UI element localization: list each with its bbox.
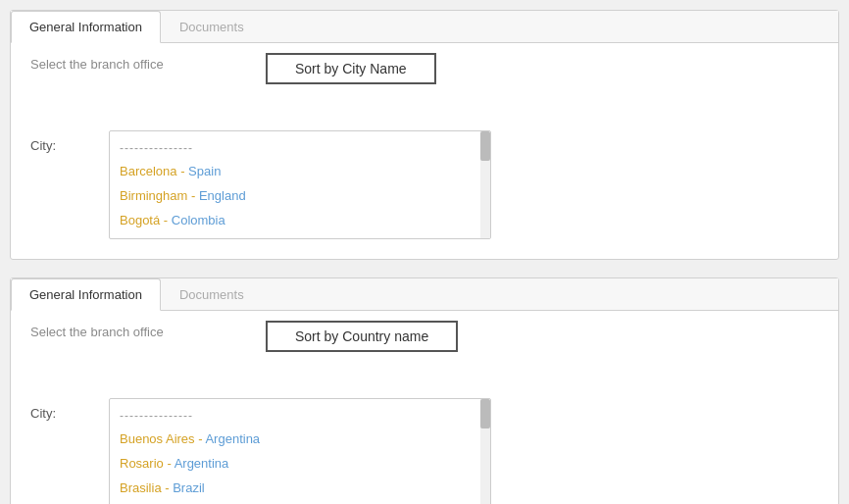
dropdown-item-2-0[interactable]: Buenos Aires - Argentina [110, 427, 490, 451]
city-name-1-2: Bogotá [120, 213, 160, 227]
country-name-2-0: Argentina [205, 431, 260, 446]
scrollbar-thumb-1[interactable] [480, 131, 490, 161]
country-name-2-1: Argentina [175, 456, 229, 471]
country-name-1-1: England [199, 188, 246, 203]
dropdown-dashes-1: --------------- [110, 137, 490, 159]
tab-bar-1: General Information Documents [11, 11, 838, 43]
panel-body-2: Sort by Country name Select the branch o… [11, 311, 838, 504]
sort-label-1: Sort by City Name [266, 53, 436, 84]
dropdown-1[interactable]: --------------- Barcelona - Spain Birmin… [109, 130, 491, 239]
country-name-1-2: Colombia [172, 213, 225, 227]
scrollbar-track-2 [480, 399, 490, 504]
dropdown-item-1-2[interactable]: Bogotá - Colombia [110, 208, 490, 232]
sort-label-2: Sort by Country name [266, 321, 458, 352]
country-name-2-2: Brazil [173, 480, 205, 495]
tab-documents-1[interactable]: Documents [161, 11, 263, 43]
dropdown-2[interactable]: --------------- Buenos Aires - Argentina… [109, 398, 491, 504]
city-name-2-1: Rosario [120, 456, 164, 471]
city-name-2-0: Buenos Aires [120, 431, 195, 446]
city-row-2: City: --------------- Buenos Aires - Arg… [30, 398, 819, 504]
city-name-1-1: Birmingham [120, 188, 187, 203]
dropdown-item-2-2[interactable]: Brasilia - Brazil [110, 476, 490, 500]
city-row-1: City: --------------- Barcelona - Spain … [30, 130, 819, 239]
dropdown-item-2-1[interactable]: Rosario - Argentina [110, 451, 490, 476]
tab-documents-2[interactable]: Documents [161, 278, 263, 311]
country-name-1-0: Spain [188, 164, 221, 178]
panel-2: General Information Documents Sort by Co… [10, 277, 839, 504]
city-label-1: City: [30, 130, 109, 153]
city-name-2-2: Brasilia [120, 480, 162, 495]
city-label-2: City: [30, 398, 109, 421]
dropdown-item-1-1[interactable]: Birmingham - England [110, 183, 490, 208]
panel-body-1: Sort by City Name Select the branch offi… [11, 43, 838, 259]
panel-1: General Information Documents Sort by Ci… [10, 10, 839, 260]
scrollbar-track-1 [480, 131, 490, 238]
tab-general-info-2[interactable]: General Information [11, 278, 161, 311]
dropdown-dashes-2: --------------- [110, 405, 490, 427]
scrollbar-thumb-2[interactable] [480, 399, 490, 428]
tab-bar-2: General Information Documents [11, 278, 838, 311]
tab-general-info-1[interactable]: General Information [11, 11, 161, 43]
dropdown-item-1-0[interactable]: Barcelona - Spain [110, 159, 490, 183]
city-name-1-0: Barcelona [120, 164, 177, 178]
